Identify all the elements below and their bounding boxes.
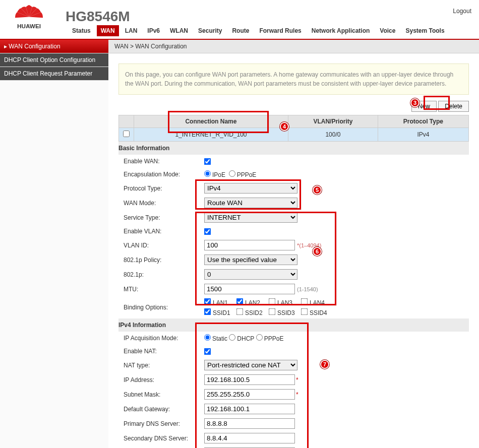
callout-5: 5 <box>313 185 322 195</box>
svg-text:HUAWEI: HUAWEI <box>17 23 41 29</box>
page-description: On this page, you can configure WAN port… <box>118 63 469 95</box>
bind-lan2[interactable]: LAN2 <box>236 298 267 306</box>
policy-select[interactable]: Use the specified value <box>204 254 297 265</box>
col-name: Connection Name <box>134 115 288 128</box>
ipmode-dhcp[interactable]: DHCP <box>229 334 254 342</box>
label-subnet: Subnet Mask: <box>124 391 204 398</box>
sidebar-item-dhcp-client-option-configuration[interactable]: DHCP Client Option Configuration <box>0 53 108 67</box>
ipmode-pppoe[interactable]: PPPoE <box>256 334 284 342</box>
callout-6: 6 <box>313 247 322 256</box>
wanmode-select[interactable]: Route WAN <box>204 198 297 208</box>
proto-select[interactable]: IPv4 <box>204 183 297 194</box>
label-encap: Encapsulation Mode: <box>124 171 204 178</box>
enable-wan-check[interactable] <box>204 158 211 165</box>
connection-table: Connection Name VLAN/Priority Protocol T… <box>118 115 469 142</box>
encap-ipoe[interactable]: IPoE <box>204 170 225 178</box>
label-gw: Default Gateway: <box>124 406 204 413</box>
label-wanmode: WAN Mode: <box>124 200 204 207</box>
label-svctype: Service Type: <box>124 214 204 221</box>
bind-ssid4[interactable]: SSID4 <box>301 308 331 316</box>
brand-logo: HUAWEI <box>8 5 50 33</box>
label-vlanid: VLAN ID: <box>124 242 204 249</box>
label-enable-vlan: Enable VLAN: <box>124 228 204 235</box>
bind-ssid3[interactable]: SSID3 <box>269 308 299 316</box>
enable-vlan-check[interactable] <box>204 228 211 235</box>
model-name: HG8546M <box>66 9 130 25</box>
sidebar: WAN ConfigurationDHCP Client Option Conf… <box>0 40 108 448</box>
breadcrumb: WAN > WAN Configuration <box>108 40 479 53</box>
nattype-select[interactable]: Port-restricted cone NAT <box>204 360 297 370</box>
callout-7: 7 <box>320 360 329 369</box>
label-nattype: NAT type: <box>124 362 204 369</box>
delete-button[interactable]: Delete <box>438 101 469 112</box>
row-proto: IPv4 <box>378 128 468 142</box>
label-ipmode: IP Acquisition Mode: <box>124 335 204 342</box>
mtu-hint: (1-1540) <box>297 286 318 292</box>
label-binding: Binding Options: <box>124 304 204 311</box>
bind-lan3[interactable]: LAN3 <box>269 298 299 306</box>
label-mtu: MTU: <box>124 286 204 293</box>
col-vlan: VLAN/Priority <box>288 115 378 128</box>
label-dns1: Primary DNS Server: <box>124 420 204 427</box>
subnet-input[interactable] <box>204 389 295 400</box>
encap-pppoe[interactable]: PPPoE <box>229 170 257 178</box>
vlanid-input[interactable] <box>204 240 295 250</box>
ipmode-static[interactable]: Static <box>204 334 227 342</box>
p8021p-select[interactable]: 0 <box>204 269 297 280</box>
label-8021p: 802.1p: <box>124 271 204 278</box>
row-name: 1_INTERNET_R_VID_100 <box>134 128 288 142</box>
dns2-input[interactable] <box>204 433 295 443</box>
svctype-select[interactable]: INTERNET <box>204 212 297 223</box>
sidebar-item-dhcp-client-request-parameter[interactable]: DHCP Client Request Parameter <box>0 67 108 81</box>
label-enable-wan: Enable WAN: <box>124 158 204 165</box>
nat-check[interactable] <box>204 348 211 355</box>
label-proto: Protocol Type: <box>124 185 204 192</box>
col-check <box>119 115 134 128</box>
mtu-input[interactable] <box>204 284 295 294</box>
sidebar-item-wan-configuration[interactable]: WAN Configuration <box>0 40 108 53</box>
callout-4: 4 <box>280 122 289 131</box>
huawei-logo-icon: HUAWEI <box>8 5 50 33</box>
bind-ssid1[interactable]: SSID1 <box>204 308 234 316</box>
gw-input[interactable] <box>204 404 295 414</box>
bind-lan4[interactable]: LAN4 <box>301 298 331 306</box>
logout-link[interactable]: Logout <box>453 8 471 15</box>
label-ip: IP Address: <box>124 376 204 383</box>
col-proto: Protocol Type <box>378 115 468 128</box>
label-nat: Enable NAT: <box>124 348 204 355</box>
row-check[interactable] <box>123 131 130 137</box>
callout-3: 3 <box>410 98 420 107</box>
section-ipv4: IPv4 Information <box>118 318 469 332</box>
dns1-input[interactable] <box>204 418 295 429</box>
label-dns2: Secondary DNS Server: <box>124 435 204 442</box>
table-row[interactable]: 1_INTERNET_R_VID_100 100/0 IPv4 <box>119 128 469 142</box>
section-basic: Basic Information <box>118 142 469 155</box>
row-vlan: 100/0 <box>288 128 378 142</box>
bind-lan1[interactable]: LAN1 <box>204 298 234 306</box>
bind-ssid2[interactable]: SSID2 <box>236 308 267 316</box>
label-8021p-policy: 802.1p Policy: <box>124 257 204 264</box>
ip-input[interactable] <box>204 374 295 385</box>
